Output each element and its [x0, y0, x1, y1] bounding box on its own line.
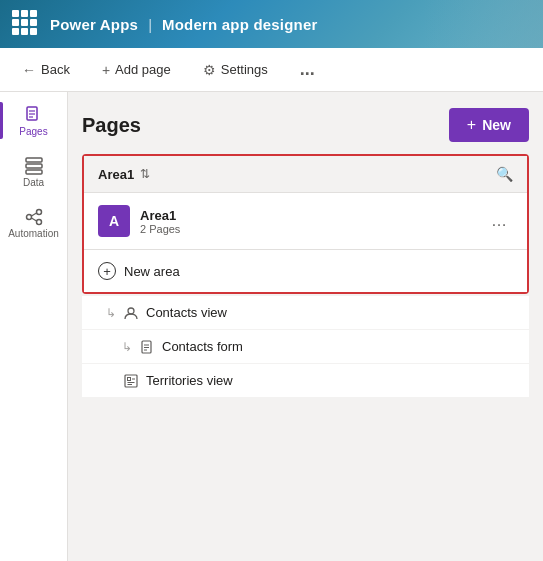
svg-point-12	[128, 308, 134, 314]
app-grid-icon[interactable]	[12, 10, 40, 38]
svg-line-11	[31, 218, 36, 221]
header-separator: |	[148, 16, 152, 33]
contacts-form-icon	[140, 340, 154, 354]
list-item[interactable]: ↳ Territories view	[82, 364, 529, 398]
new-area-label: New area	[124, 264, 180, 279]
plus-icon: +	[102, 62, 110, 78]
contacts-view-label: Contacts view	[146, 305, 227, 320]
back-arrow-icon: ←	[22, 62, 36, 78]
more-button[interactable]: ...	[294, 57, 321, 82]
svg-line-10	[31, 213, 36, 216]
area-avatar: A	[98, 205, 130, 237]
area-header-row[interactable]: Area1 ⇅ 🔍	[84, 156, 527, 192]
svg-rect-5	[26, 164, 42, 168]
sidebar: Pages Data	[0, 92, 68, 561]
top-header: Power Apps | Modern app designer	[0, 0, 543, 48]
new-button[interactable]: + New	[449, 108, 529, 142]
svg-point-9	[36, 220, 41, 225]
new-area-row[interactable]: + New area	[84, 250, 527, 292]
gear-icon: ⚙	[203, 62, 216, 78]
new-plus-icon: +	[467, 116, 476, 134]
area-search-icon[interactable]: 🔍	[496, 166, 513, 182]
toolbar: ← Back + Add page ⚙ Settings ...	[0, 48, 543, 92]
new-button-label: New	[482, 117, 511, 133]
svg-rect-6	[26, 170, 42, 174]
main-layout: Pages Data	[0, 92, 543, 561]
sidebar-pages-label: Pages	[19, 126, 47, 137]
sidebar-item-pages[interactable]: Pages	[4, 96, 64, 145]
page-list: ↳ Contacts view ↳ Contacts form	[82, 296, 529, 398]
pages-header: Pages + New	[82, 108, 529, 142]
area-title-group: Area1 ⇅	[98, 167, 150, 182]
settings-button[interactable]: ⚙ Settings	[197, 58, 274, 82]
contacts-form-label: Contacts form	[162, 339, 243, 354]
add-page-label: Add page	[115, 62, 171, 77]
contacts-view-icon	[124, 306, 138, 320]
area-dropdown-panel: Area1 ⇅ 🔍 A Area1 2 Pages … + New area	[82, 154, 529, 294]
pages-icon	[23, 104, 45, 126]
sub-indent-icon: ↳	[122, 340, 132, 354]
svg-rect-4	[26, 158, 42, 162]
indent-icon: ↳	[106, 306, 116, 320]
app-name: Power Apps	[50, 16, 138, 33]
chevron-updown-icon: ⇅	[140, 167, 150, 181]
list-item[interactable]: ↳ Contacts view	[82, 296, 529, 330]
automation-icon	[23, 206, 45, 228]
area-item-row[interactable]: A Area1 2 Pages …	[84, 192, 527, 250]
back-label: Back	[41, 62, 70, 77]
sidebar-item-data[interactable]: Data	[4, 147, 64, 196]
content-area: Pages + New Area1 ⇅ 🔍 A Area1 2 P	[68, 92, 543, 561]
page-title: Pages	[82, 114, 141, 137]
add-page-button[interactable]: + Add page	[96, 58, 177, 82]
svg-point-7	[26, 215, 31, 220]
area-info: Area1 2 Pages	[140, 208, 485, 235]
back-button[interactable]: ← Back	[16, 58, 76, 82]
area-more-icon[interactable]: …	[485, 210, 513, 232]
new-area-plus-icon: +	[98, 262, 116, 280]
sidebar-automation-label: Automation	[8, 228, 59, 239]
designer-name: Modern app designer	[162, 16, 318, 33]
sidebar-item-automation[interactable]: Automation	[4, 198, 64, 247]
list-item[interactable]: ↳ Contacts form	[82, 330, 529, 364]
svg-rect-18	[128, 377, 131, 380]
area-title-text: Area1	[98, 167, 134, 182]
svg-point-8	[36, 210, 41, 215]
territories-view-icon	[124, 374, 138, 388]
territories-view-label: Territories view	[146, 373, 233, 388]
area-item-name: Area1	[140, 208, 485, 223]
data-icon	[23, 155, 45, 177]
settings-label: Settings	[221, 62, 268, 77]
sidebar-data-label: Data	[23, 177, 44, 188]
area-item-count: 2 Pages	[140, 223, 485, 235]
